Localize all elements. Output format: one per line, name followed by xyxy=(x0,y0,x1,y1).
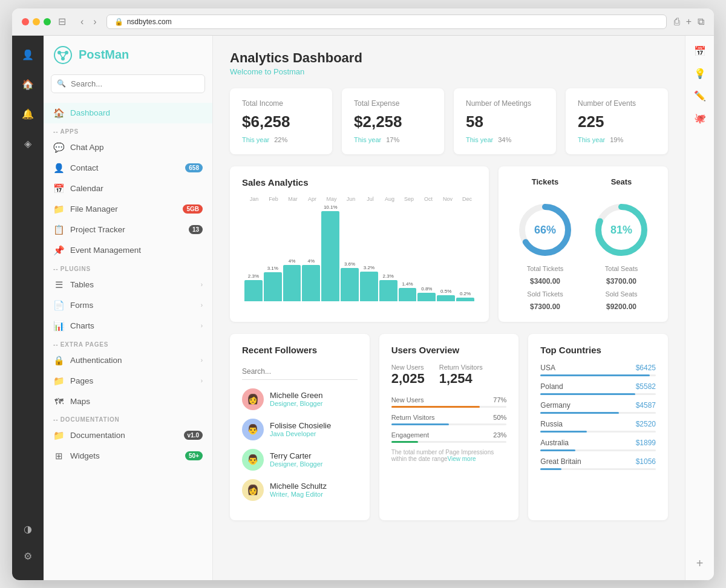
stat-footer-events: This year 19% xyxy=(578,136,656,143)
follower-role-1: Java Developer xyxy=(270,430,331,437)
return-visitors-bar xyxy=(391,423,507,425)
bar-fill-5 xyxy=(341,268,359,301)
sidebar-search[interactable]: 🔍 xyxy=(51,74,205,93)
edit-rp-icon[interactable]: ✏️ xyxy=(694,90,706,102)
follower-item-0: 👩 Michelle Green Designer, Blogger xyxy=(242,388,358,410)
bulb-rp-icon[interactable]: 💡 xyxy=(694,68,706,79)
new-users-prog-label: New Users xyxy=(391,396,424,403)
month-may: May xyxy=(322,196,341,202)
bar-0: 2.3% xyxy=(244,204,263,301)
sidebar-item-contact[interactable]: 👤 Contact 658 xyxy=(44,158,212,178)
sales-title: Sales Analytics xyxy=(242,177,477,188)
seats-sold-label: Sold Seats xyxy=(605,290,637,298)
sidebar-item-maps[interactable]: 🗺 Maps xyxy=(44,391,212,411)
view-more-link[interactable]: View more xyxy=(448,456,476,462)
sidebar-item-tables[interactable]: ☰ Tables › xyxy=(44,275,212,295)
bar-1: 3.1% xyxy=(264,204,282,301)
country-name-australia: Australia xyxy=(540,439,569,447)
sidebar-item-chat-app[interactable]: 💬 Chat App xyxy=(44,137,212,158)
stat-value-events: 225 xyxy=(578,113,656,131)
sidebar-item-file-manager[interactable]: 📁 File Manager 5GB xyxy=(44,199,212,220)
calendar-rp-icon[interactable]: 📅 xyxy=(694,45,706,57)
search-icon: 🔍 xyxy=(57,79,66,88)
event-icon: 📌 xyxy=(53,245,64,256)
settings-icon[interactable]: ⚙ xyxy=(20,547,36,566)
sidebar-item-event-management[interactable]: 📌 Event Management xyxy=(44,240,212,261)
add-rp-button[interactable]: + xyxy=(696,557,704,570)
sidebar-label-charts: Charts xyxy=(70,321,195,330)
sidebar-toggle-button[interactable]: ⊟ xyxy=(58,16,66,27)
country-bar-germany xyxy=(540,412,656,414)
bar-pct-9: 0.8% xyxy=(421,286,432,292)
icon-bar: 👤 🏠 🔔 ◈ ◑ ⚙ xyxy=(12,36,44,580)
share-icon[interactable]: ⎙ xyxy=(674,16,680,27)
user-icon[interactable]: 👤 xyxy=(18,45,38,64)
stat-value-income: $6,258 xyxy=(242,113,320,131)
page-subtitle: Welcome to Postman xyxy=(230,67,668,76)
country-fill-poland xyxy=(540,393,635,395)
address-bar[interactable]: 🔒 nsdbytes.com xyxy=(106,15,667,29)
stat-label-events: Number of Events xyxy=(578,99,656,108)
maximize-button[interactable] xyxy=(44,18,51,25)
sidebar-item-pages[interactable]: 📁 Pages › xyxy=(44,371,212,391)
new-users-value: 2,025 xyxy=(391,371,425,387)
forms-icon: 📄 xyxy=(53,300,64,311)
main-content: Analytics Dashboard Welcome to Postman T… xyxy=(213,36,685,580)
bar-fill-3 xyxy=(302,265,320,301)
month-jul: Jul xyxy=(361,196,380,202)
stat-year-income: This year xyxy=(242,136,269,143)
follower-role-3: Writer, Mag Editor xyxy=(270,491,327,498)
users-note: The total number of Page Impressions wit… xyxy=(391,449,507,462)
country-val-australia: $1899 xyxy=(636,439,656,447)
country-header-germany: Germany $4587 xyxy=(540,401,656,410)
minimize-button[interactable] xyxy=(33,18,40,25)
home-icon[interactable]: 🏠 xyxy=(18,75,38,94)
return-visitors-value: 1,254 xyxy=(439,371,483,387)
tickets-sold-label: Sold Tickets xyxy=(527,290,563,298)
bar-fill-1 xyxy=(264,272,282,301)
forward-button[interactable]: › xyxy=(91,15,99,28)
bell-icon[interactable]: 🔔 xyxy=(18,105,38,123)
tickets-total-val: $3400.00 xyxy=(530,277,560,286)
seats-title: Seats xyxy=(611,177,632,186)
file-manager-badge: 5GB xyxy=(183,204,203,214)
progress-label-new-users: New Users 77% xyxy=(391,396,507,403)
tickets-total-label: Total Tickets xyxy=(527,265,564,272)
sidebar-item-calendar[interactable]: 📅 Calendar xyxy=(44,178,212,199)
sidebar-item-forms[interactable]: 📄 Forms › xyxy=(44,295,212,316)
stat-label-meetings: Number of Meetings xyxy=(466,99,544,108)
layers-icon[interactable]: ◈ xyxy=(21,134,35,153)
follower-info-3: Michelle Schultz Writer, Mag Editor xyxy=(270,482,327,498)
bar-2: 4% xyxy=(283,204,301,301)
new-users-stat: New Users 2,025 xyxy=(391,364,425,387)
sidebar-item-widgets[interactable]: ⊞ Widgets 50+ xyxy=(44,446,212,466)
sidebar-item-documentation[interactable]: 📁 Documentation v1.0 xyxy=(44,425,212,446)
bar-7: 2.3% xyxy=(379,204,397,301)
country-fill-usa xyxy=(540,374,650,376)
search-input[interactable] xyxy=(51,74,205,93)
tickets-donut: 66% xyxy=(515,200,575,260)
sidebar: PostMan 🔍 🏠 Dashboard -- APPS 💬 Chat App… xyxy=(44,36,213,580)
bar-pct-0: 2.3% xyxy=(248,273,259,279)
close-button[interactable] xyxy=(22,18,29,25)
followers-search-input[interactable] xyxy=(242,364,358,380)
sidebar-item-charts[interactable]: 📊 Charts › xyxy=(44,316,212,336)
sidebar-label-widgets: Widgets xyxy=(70,451,179,460)
auth-icon: 🔒 xyxy=(53,355,64,366)
tabs-icon[interactable]: ⧉ xyxy=(698,16,704,27)
country-val-germany: $4587 xyxy=(636,401,656,410)
country-fill-germany xyxy=(540,412,619,414)
sidebar-item-project-tracker[interactable]: 📋 Project Tracker 13 xyxy=(44,220,212,240)
country-fill-australia xyxy=(540,449,575,451)
seats-total-label: Total Seats xyxy=(605,265,638,272)
github-rp-icon[interactable]: 🐙 xyxy=(694,113,706,124)
bar-pct-5: 3.6% xyxy=(344,261,355,267)
bar-11: 0.2% xyxy=(456,204,474,301)
back-button[interactable]: ‹ xyxy=(78,15,86,28)
sidebar-label-file-manager: File Manager xyxy=(70,204,177,214)
theme-icon[interactable]: ◑ xyxy=(20,520,36,538)
new-tab-icon[interactable]: + xyxy=(686,16,692,27)
sidebar-item-dashboard[interactable]: 🏠 Dashboard xyxy=(44,103,212,123)
sidebar-item-authentication[interactable]: 🔒 Authentication › xyxy=(44,350,212,371)
return-prog-label: Return Visitors xyxy=(391,414,435,421)
